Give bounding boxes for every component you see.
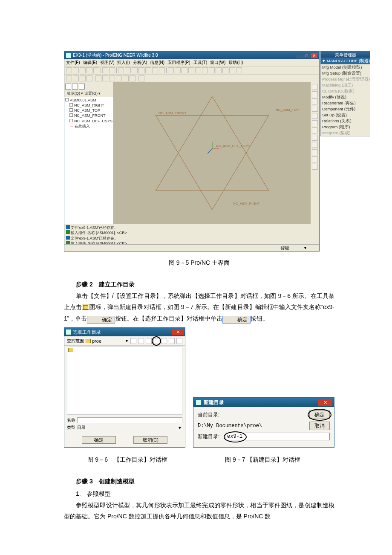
tb-layers-icon[interactable] xyxy=(236,67,242,73)
new-dir-input[interactable] xyxy=(225,433,330,440)
tb-csys-icon[interactable] xyxy=(130,75,135,81)
list-item[interactable] xyxy=(68,348,181,352)
menu-manager-sub[interactable]: ▼ MANUFACTURE (制造) xyxy=(320,58,370,64)
menu-help[interactable]: 帮助(H) xyxy=(228,60,243,66)
tree-settings[interactable]: 显示(Q) ▾ 设置(G) ▾ xyxy=(64,91,113,97)
tb-nohidden-icon[interactable] xyxy=(80,75,86,81)
tool-icon[interactable] xyxy=(161,338,167,344)
tb-btn3-icon[interactable] xyxy=(152,67,158,73)
tb-refit-icon[interactable] xyxy=(102,75,108,81)
tb-persp-icon[interactable] xyxy=(95,75,101,81)
rtb-icon[interactable] xyxy=(312,84,318,90)
tb-redo-icon[interactable] xyxy=(109,67,115,73)
rtb-icon[interactable] xyxy=(312,113,318,119)
list-view-icon[interactable] xyxy=(169,338,175,344)
menu-manager-item[interactable]: Component (元件) xyxy=(321,106,370,112)
menu-window[interactable]: 窗口(W) xyxy=(210,60,225,66)
graphics-canvas[interactable]: NC_ASM_TOP NC_ASM_FRONT NC_ASM_DEF_CSYS … xyxy=(114,82,311,224)
maximize-button[interactable]: □ xyxy=(303,53,310,58)
tb-pan-icon[interactable] xyxy=(216,67,222,73)
name-input[interactable] xyxy=(77,417,182,423)
dlg97-close-button[interactable]: ✕ xyxy=(318,399,332,406)
tree-tb2-icon[interactable] xyxy=(72,84,78,90)
detail-view-icon[interactable] xyxy=(176,338,182,344)
dlg96-close-button[interactable]: ✕ xyxy=(172,329,184,335)
tb-paste-icon[interactable] xyxy=(132,67,138,73)
up-dir-icon[interactable] xyxy=(130,338,136,344)
tree-item[interactable]: NC_ASM_RIGHT xyxy=(65,103,112,108)
tb-axis-icon[interactable] xyxy=(116,75,122,81)
tb-hidden-icon[interactable] xyxy=(73,75,79,81)
close-button[interactable]: ✕ xyxy=(311,53,317,58)
rtb-icon[interactable] xyxy=(312,91,318,97)
menu-view[interactable]: 视图(V) xyxy=(100,60,114,66)
dlg96-file-list[interactable] xyxy=(67,347,182,415)
dlg96-ok-button[interactable]: 确定 xyxy=(82,436,116,444)
rtb-icon[interactable] xyxy=(312,135,318,141)
tb-btn2-icon[interactable] xyxy=(145,67,151,73)
menu-manager-item[interactable]: Regenerate (再生) xyxy=(321,100,370,106)
rtb-icon[interactable] xyxy=(312,142,318,148)
menu-manager-item[interactable]: Mfg Model (制造模型) xyxy=(321,64,370,70)
rtb-icon[interactable] xyxy=(312,149,318,155)
dlg97-ok-button[interactable]: 确定 xyxy=(309,410,330,419)
tb-print-icon[interactable] xyxy=(86,67,92,73)
menu-info[interactable]: 信息(N) xyxy=(150,60,164,66)
tree-insert[interactable]: →在此插入 xyxy=(65,124,112,129)
tb-new-icon[interactable] xyxy=(66,67,72,73)
favorite-icon[interactable] xyxy=(146,338,152,344)
rtb-icon[interactable] xyxy=(312,156,318,162)
status-mode[interactable]: 智能 xyxy=(280,245,289,251)
tb-wire-icon[interactable] xyxy=(66,75,72,81)
tb-regen-icon[interactable] xyxy=(168,67,174,73)
tb-zoomout-icon[interactable] xyxy=(202,67,208,73)
minimize-button[interactable]: — xyxy=(296,53,303,58)
tb-rot-icon[interactable] xyxy=(209,67,215,73)
menu-manager-item[interactable]: Relations (关系) xyxy=(321,118,370,124)
rtb-icon[interactable] xyxy=(312,106,318,112)
menu-manager-item[interactable]: Set Up (设置) xyxy=(321,112,370,118)
type-dropdown-icon[interactable]: ▼ xyxy=(177,425,182,430)
dlg96-cancel-button[interactable]: 取消(C) xyxy=(133,436,167,444)
menu-manager-item[interactable]: Mfg Setup (制造设置) xyxy=(321,70,370,76)
tb-views-icon[interactable] xyxy=(222,67,228,73)
tb-pt-icon[interactable] xyxy=(123,75,129,81)
tree-item[interactable]: NC_ASM_DEF_CSYS xyxy=(65,119,112,124)
tb-save-icon[interactable] xyxy=(80,67,86,73)
tb-plane-icon[interactable] xyxy=(109,75,115,81)
tb-zoomin-icon[interactable] xyxy=(195,67,201,73)
tb-saveview-icon[interactable] xyxy=(229,67,235,73)
tb-copy-icon[interactable] xyxy=(125,67,131,73)
tb-undo-icon[interactable] xyxy=(102,67,108,73)
menu-insert[interactable]: 插入(I) xyxy=(117,60,130,66)
new-folder-icon[interactable] xyxy=(153,338,159,344)
tb-mail-icon[interactable] xyxy=(93,67,99,73)
tb-open-icon[interactable] xyxy=(73,67,79,73)
tb-find-icon[interactable] xyxy=(175,67,181,73)
menu-analysis[interactable]: 分析(A) xyxy=(133,60,147,66)
tb-zoomall-icon[interactable] xyxy=(188,67,194,73)
tb-btn4-icon[interactable] xyxy=(159,67,165,73)
tree-item[interactable]: NC_ASM_FRONT xyxy=(65,113,112,118)
rtb-icon[interactable] xyxy=(312,164,318,170)
menu-tools[interactable]: 工具(T) xyxy=(193,60,208,66)
tb-sel-icon[interactable] xyxy=(182,67,187,73)
rtb-icon[interactable] xyxy=(312,98,318,104)
tree-item[interactable]: NC_ASM_TOP xyxy=(65,108,112,113)
menu-manager-item[interactable]: Program (程序) xyxy=(321,124,370,130)
look-in-field[interactable]: proe xyxy=(86,338,101,344)
rtb-icon[interactable] xyxy=(312,127,318,133)
tb-cut-icon[interactable] xyxy=(118,67,124,73)
tree-tb3-icon[interactable] xyxy=(79,84,85,90)
tb-btn1-icon[interactable] xyxy=(138,67,144,73)
tree-tb1-icon[interactable] xyxy=(65,84,71,90)
dlg97-cancel-button[interactable]: 取消 xyxy=(309,422,330,430)
menu-app[interactable]: 应用程序(P) xyxy=(167,60,190,66)
tree-root[interactable]: ASM0001.ASM xyxy=(65,98,112,103)
home-icon[interactable] xyxy=(138,338,144,344)
menu-edit[interactable]: 编辑(E) xyxy=(83,60,97,66)
status-dropdown-icon[interactable]: ▾ xyxy=(304,246,306,250)
menu-manager-item[interactable]: Modify (修改) xyxy=(321,94,370,100)
menu-file[interactable]: 文件(F) xyxy=(66,60,80,66)
tb-help-icon[interactable] xyxy=(138,75,144,81)
